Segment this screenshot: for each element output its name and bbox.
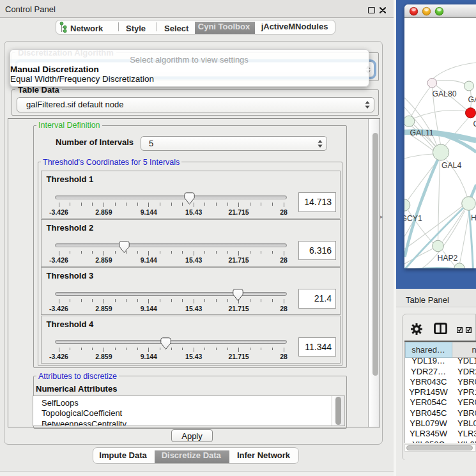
svg-text:GAL11: GAL11 [410,128,433,137]
svg-text:GAL4: GAL4 [441,161,461,170]
svg-text:GCY1: GCY1 [404,214,422,223]
svg-text:HAP2: HAP2 [437,254,457,263]
svg-text:C: C [473,119,476,128]
svg-text:GA: GA [468,95,476,104]
svg-text:GAL80: GAL80 [432,89,456,98]
svg-text:H: H [471,213,476,222]
